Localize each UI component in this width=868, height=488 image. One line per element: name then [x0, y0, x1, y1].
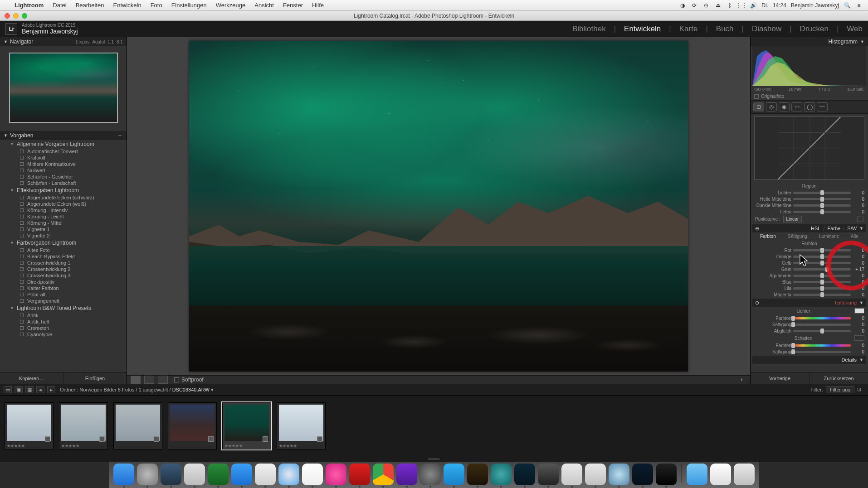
preset-item[interactable]: Kalter Farbton	[0, 285, 127, 291]
module-drucken[interactable]: Drucken	[800, 24, 829, 34]
dock-calculator-icon[interactable]	[184, 464, 205, 485]
disclosure-triangle-icon[interactable]: ▼	[10, 142, 14, 146]
preset-group[interactable]: Farbvorgaben Lightroom	[17, 240, 76, 246]
checkbox-icon[interactable]	[174, 377, 179, 382]
tone-curve-slider[interactable]: Dunkle Mitteltöne0	[752, 202, 866, 208]
dock-textedit-icon[interactable]	[255, 464, 276, 485]
filter-lock-icon[interactable]: ⊡	[857, 387, 864, 393]
status-icon[interactable]: ⏏	[714, 2, 722, 9]
grid-view-icon[interactable]: ▦	[25, 386, 34, 393]
hsl-slider-rot[interactable]: Rot0	[752, 247, 866, 253]
preset-item[interactable]: Crossentwicklung 3	[0, 272, 127, 279]
preset-item[interactable]: Kraftvoll	[0, 155, 127, 161]
histogram[interactable]	[752, 46, 866, 86]
hsl-slider-magenta[interactable]: Magenta0	[752, 291, 866, 298]
spotlight-icon[interactable]: 🔍	[844, 2, 851, 9]
point-curve-select[interactable]: Linear	[783, 216, 802, 222]
bluetooth-icon[interactable]: ᛒ	[726, 2, 733, 9]
hsl-slider-grün[interactable]: Grün+ 17	[752, 266, 866, 272]
preset-group[interactable]: Allgemeine Vorgaben Lightroom	[17, 141, 94, 147]
hsl-tab-sättigung[interactable]: Sättigung	[788, 234, 807, 239]
dock-bridge-icon[interactable]	[467, 464, 488, 485]
navigator-header[interactable]: ▼ Navigator EinpasAusfül1:13:1	[0, 37, 127, 46]
tone-curve-slider[interactable]: Lichter0	[752, 189, 866, 196]
lights-swatch[interactable]	[854, 308, 864, 314]
status-icon[interactable]: ⟳	[691, 2, 698, 9]
dock-imovie-icon[interactable]	[396, 464, 417, 485]
menu-ansicht[interactable]: Ansicht	[250, 2, 278, 9]
hsl-tab-alle[interactable]: Alle	[851, 234, 858, 239]
hsl-slider-orange[interactable]: Orange0	[752, 253, 866, 260]
hsl-tab-luminanz[interactable]: Luminanz	[819, 234, 839, 239]
checkbox-icon[interactable]	[754, 94, 759, 99]
menubar-day[interactable]: Di.	[761, 2, 768, 9]
app-menu[interactable]: Lightroom	[10, 2, 48, 9]
paste-settings-button[interactable]: Einfügen	[63, 372, 127, 384]
lights-sat-slider[interactable]: Sättigung 0	[752, 321, 866, 328]
forward-icon[interactable]: ▸	[47, 386, 55, 393]
zoom-option[interactable]: Einpas	[76, 39, 90, 44]
curve-edit-icon[interactable]	[857, 217, 863, 222]
hsl-header-sw[interactable]: S/W	[847, 226, 857, 231]
preset-item[interactable]: Altes Foto	[0, 247, 127, 253]
dock-skype-icon[interactable]	[444, 464, 464, 485]
dock-grab-icon[interactable]	[561, 464, 582, 485]
disclosure-triangle-icon[interactable]: ▼	[10, 188, 14, 193]
menu-bearbeiten[interactable]: Bearbeiten	[71, 2, 109, 9]
filter-select[interactable]: Filter aus	[826, 386, 854, 393]
toggle-switch-icon[interactable]: ⊖	[755, 300, 759, 306]
add-preset-button[interactable]: ＋	[117, 131, 123, 140]
preset-item[interactable]: Körnung - Leicht	[0, 213, 127, 220]
dock-onepassword-icon[interactable]	[491, 464, 512, 485]
disclosure-triangle-icon[interactable]: ▼	[10, 306, 14, 310]
hsl-tab-farbton[interactable]: Farbton	[760, 234, 775, 239]
menu-einstellungen[interactable]: Einstellungen	[167, 2, 211, 9]
menu-datei[interactable]: Datei	[48, 2, 71, 9]
dock-appstore-icon[interactable]	[231, 464, 252, 485]
preset-item[interactable]: Vergangenheit	[0, 298, 127, 304]
histogram-header[interactable]: Histogramm ▼	[751, 37, 868, 46]
wifi-icon[interactable]: ⋮⋮	[738, 2, 745, 9]
hsl-slider-lila[interactable]: Lila0	[752, 285, 866, 291]
preset-group[interactable]: Lightroom B&W Toned Presets	[17, 305, 91, 311]
preset-item[interactable]: Schärfen - Landschaft	[0, 180, 127, 186]
dock-finder-icon[interactable]	[113, 464, 134, 485]
filmstrip-thumb[interactable]	[168, 402, 217, 449]
status-icon[interactable]: ⊙	[702, 2, 710, 9]
dock-quicktime-icon[interactable]	[161, 464, 181, 485]
hsl-header-farbe[interactable]: Farbe	[827, 226, 840, 231]
filmstrip-thumb[interactable]	[113, 402, 162, 449]
second-window-button[interactable]: ▭	[4, 386, 12, 393]
module-diashow[interactable]: Diashow	[752, 24, 781, 34]
module-karte[interactable]: Karte	[679, 24, 698, 34]
dock-trash-icon[interactable]	[734, 464, 755, 485]
disclosure-triangle-icon[interactable]: ▼	[860, 39, 864, 44]
compare-button[interactable]	[158, 376, 168, 384]
preset-item[interactable]: Schärfen - Gesichter	[0, 174, 127, 180]
dock-itunes-icon[interactable]	[326, 464, 346, 485]
filmstrip-thumb-selected[interactable]: ★★★★★	[222, 402, 271, 449]
preset-item[interactable]: Mittlere Kontrastkurve	[0, 161, 127, 167]
zoom-option[interactable]: 1:1	[107, 39, 114, 44]
dock-safari-icon[interactable]	[278, 464, 299, 485]
image-canvas[interactable]	[189, 41, 688, 372]
preset-group[interactable]: Effektvorgaben Lightroom	[17, 187, 79, 193]
preset-item[interactable]: Abgerundete Ecken (schwarz)	[0, 194, 127, 201]
zoom-option[interactable]: 3:1	[117, 39, 123, 44]
hsl-header-hsl[interactable]: HSL	[811, 226, 820, 231]
shadows-swatch[interactable]	[854, 335, 864, 341]
balance-slider[interactable]: Abgleich 0	[752, 328, 866, 334]
second-window-2-button[interactable]: ▣	[15, 386, 23, 393]
dock-pdf-icon[interactable]	[710, 464, 731, 485]
hsl-slider-blau[interactable]: Blau0	[752, 279, 866, 285]
navigator-thumbnail[interactable]	[9, 53, 118, 123]
preset-item[interactable]: Antik, hell	[0, 319, 127, 325]
disclosure-triangle-icon[interactable]: ▼	[10, 241, 14, 245]
dropdown-icon[interactable]: ▾	[211, 387, 214, 392]
tone-curve-graph[interactable]	[754, 116, 864, 180]
dock-terminal-icon[interactable]	[656, 464, 677, 485]
hsl-slider-aquamarin[interactable]: Aquamarin0	[752, 272, 866, 279]
navigator-zoom-options[interactable]: EinpasAusfül1:13:1	[76, 39, 123, 44]
filmstrip-thumb[interactable]: ★★★★★	[5, 402, 54, 449]
hsl-slider-gelb[interactable]: Gelb0	[752, 260, 866, 266]
